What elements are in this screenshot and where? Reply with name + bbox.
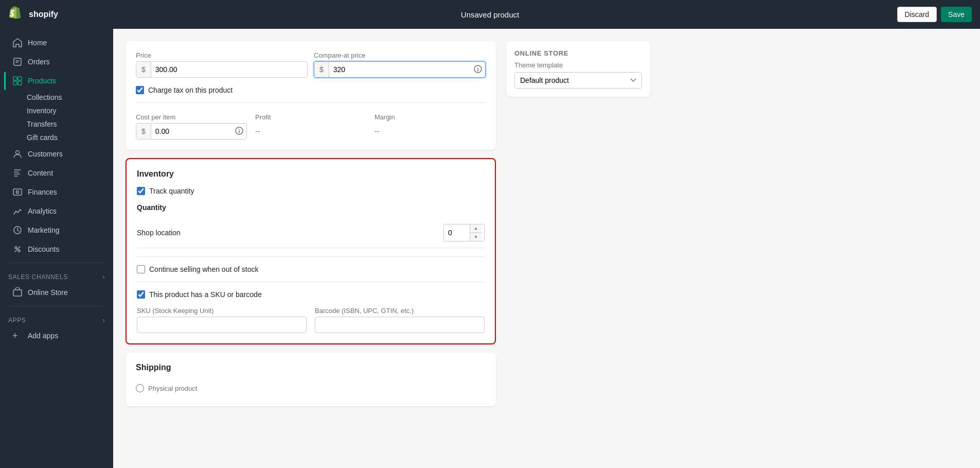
barcode-field: Barcode (ISBN, UPC, GTIN, etc.) xyxy=(315,307,485,333)
margin-label: Margin xyxy=(375,113,486,121)
home-icon xyxy=(12,38,23,48)
sku-input[interactable] xyxy=(137,317,307,333)
shipping-option-label: Physical product xyxy=(148,385,197,392)
quantity-input[interactable] xyxy=(444,226,470,240)
sku-barcode-row: SKU (Stock Keeping Unit) Barcode (ISBN, … xyxy=(137,307,485,333)
sidebar-sub-item-inventory[interactable]: Inventory xyxy=(23,104,113,117)
sidebar-marketing-label: Marketing xyxy=(28,226,59,234)
center-column: Price $ Compare-at price $ xyxy=(126,41,496,456)
topbar: shopify Unsaved product Discard Save xyxy=(0,0,980,29)
sidebar-divider-2 xyxy=(8,306,105,306)
shipping-radio[interactable] xyxy=(136,384,144,392)
inventory-section-title: Inventory xyxy=(137,169,485,179)
cost-help-icon[interactable] xyxy=(235,127,246,136)
topbar-left: shopify xyxy=(8,6,58,23)
sidebar-item-finances[interactable]: Finances xyxy=(4,183,109,201)
sidebar-sub-item-giftcards[interactable]: Gift cards xyxy=(23,131,113,144)
layout: Home Orders Products C xyxy=(0,29,980,468)
sidebar-products-label: Products xyxy=(28,77,56,85)
svg-rect-11 xyxy=(13,290,22,296)
quantity-section: Quantity Shop location ▲ ▼ xyxy=(137,203,485,248)
quantity-spinners: ▲ ▼ xyxy=(470,224,482,241)
sidebar-sub-item-transfers[interactable]: Transfers xyxy=(23,117,113,131)
compare-at-price-field: Compare-at price $ xyxy=(314,51,486,78)
online-store-icon xyxy=(12,287,23,298)
sales-channels-label: Sales channels › xyxy=(0,267,113,283)
right-column: Online Store Theme template Default prod… xyxy=(506,41,650,456)
shop-location-row: Shop location ▲ ▼ xyxy=(137,218,485,248)
shipping-card: Shipping Physical product xyxy=(126,353,496,406)
sidebar-item-online-store[interactable]: Online Store xyxy=(4,283,109,302)
svg-point-7 xyxy=(16,191,19,194)
discard-button[interactable]: Discard xyxy=(897,7,937,22)
save-button[interactable]: Save xyxy=(941,7,972,22)
has-sku-label: This product has a SKU or barcode xyxy=(149,290,262,299)
sidebar-sub-item-collections[interactable]: Collections xyxy=(23,91,113,104)
compare-at-price-label: Compare-at price xyxy=(314,51,486,59)
chevron-right-icon-2: › xyxy=(102,317,105,324)
cost-per-item-label: Cost per item xyxy=(136,113,247,121)
sidebar-item-analytics[interactable]: Analytics xyxy=(4,202,109,220)
sidebar-sub-products: Collections Inventory Transfers Gift car… xyxy=(0,91,113,144)
apps-section-label: Apps › xyxy=(0,310,113,326)
compare-help-icon[interactable] xyxy=(474,65,485,75)
price-row: Price $ Compare-at price $ xyxy=(136,51,486,78)
compare-at-price-input[interactable] xyxy=(329,62,471,77)
theme-template-select[interactable]: Default product xyxy=(514,72,642,89)
barcode-input[interactable] xyxy=(315,317,485,333)
svg-rect-1 xyxy=(13,77,17,80)
shipping-section-title: Shipping xyxy=(136,363,486,372)
continue-selling-checkbox[interactable] xyxy=(137,265,145,273)
continue-selling-row: Continue selling when out of stock xyxy=(137,265,485,273)
add-apps-label: Add apps xyxy=(28,332,58,340)
products-icon xyxy=(12,76,23,86)
cost-row: Cost per item $ xyxy=(136,111,486,140)
sidebar-item-add-apps[interactable]: + Add apps xyxy=(4,326,109,345)
orders-icon xyxy=(12,57,23,67)
sidebar-customers-label: Customers xyxy=(28,150,63,158)
shopify-logo: shopify xyxy=(8,6,58,23)
svg-rect-3 xyxy=(13,81,17,85)
cost-currency-symbol: $ xyxy=(136,124,151,139)
sidebar-item-customers[interactable]: Customers xyxy=(4,145,109,163)
sidebar-item-orders[interactable]: Orders xyxy=(4,53,109,71)
cost-per-item-field: Cost per item $ xyxy=(136,113,247,140)
price-input[interactable] xyxy=(151,62,307,77)
sidebar-analytics-label: Analytics xyxy=(28,207,57,215)
cost-input[interactable] xyxy=(151,124,232,139)
charge-tax-label: Charge tax on this product xyxy=(148,86,233,94)
profit-field: Profit -- xyxy=(255,113,366,140)
sidebar-item-discounts[interactable]: Discounts xyxy=(4,240,109,258)
profit-label: Profit xyxy=(255,113,366,121)
theme-template-label: Theme template xyxy=(514,61,642,69)
quantity-decrement-button[interactable]: ▼ xyxy=(470,233,482,241)
logo-text: shopify xyxy=(29,10,58,19)
margin-value: -- xyxy=(375,123,486,140)
svg-rect-0 xyxy=(14,58,21,65)
sidebar-item-products[interactable]: Products xyxy=(4,72,109,90)
page-title: Unsaved product xyxy=(461,10,519,19)
charge-tax-checkbox[interactable] xyxy=(136,86,144,94)
price-currency-symbol: $ xyxy=(136,62,151,77)
marketing-icon xyxy=(12,225,23,235)
quantity-label: Quantity xyxy=(137,203,485,212)
track-quantity-checkbox[interactable] xyxy=(137,187,145,195)
has-sku-row: This product has a SKU or barcode xyxy=(137,290,485,299)
compare-currency-symbol: $ xyxy=(314,62,329,77)
discounts-icon xyxy=(12,244,23,254)
chevron-right-icon: › xyxy=(102,273,105,281)
sidebar-home-label: Home xyxy=(28,39,47,47)
main-content: Price $ Compare-at price $ xyxy=(113,29,980,468)
sidebar-item-home[interactable]: Home xyxy=(4,33,109,52)
price-field: Price $ xyxy=(136,51,308,78)
svg-point-10 xyxy=(18,250,20,252)
price-input-wrapper: $ xyxy=(136,61,308,78)
topbar-actions: Discard Save xyxy=(897,7,972,22)
sidebar-item-marketing[interactable]: Marketing xyxy=(4,221,109,239)
svg-rect-6 xyxy=(13,189,22,195)
sidebar-item-content[interactable]: Content xyxy=(4,164,109,182)
svg-rect-2 xyxy=(18,77,22,80)
quantity-increment-button[interactable]: ▲ xyxy=(470,224,482,233)
has-sku-checkbox[interactable] xyxy=(137,290,145,299)
sidebar-content-label: Content xyxy=(28,169,53,177)
